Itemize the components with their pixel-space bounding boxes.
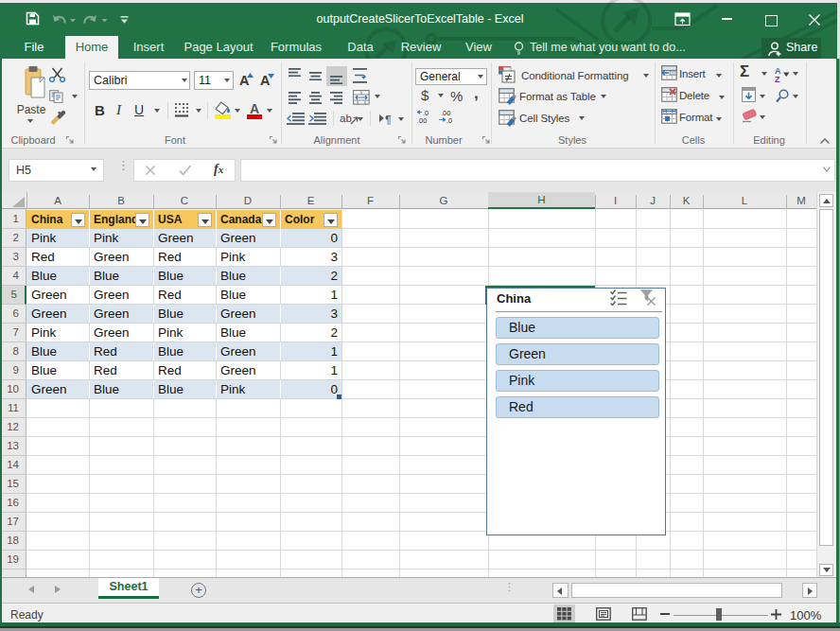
- svg-text:.00: .00: [417, 116, 427, 125]
- svg-text:¶: ¶: [385, 114, 392, 126]
- svg-text:ab: ab: [340, 113, 352, 124]
- svg-text:.0: .0: [446, 116, 452, 125]
- svg-text:Z: Z: [775, 75, 780, 83]
